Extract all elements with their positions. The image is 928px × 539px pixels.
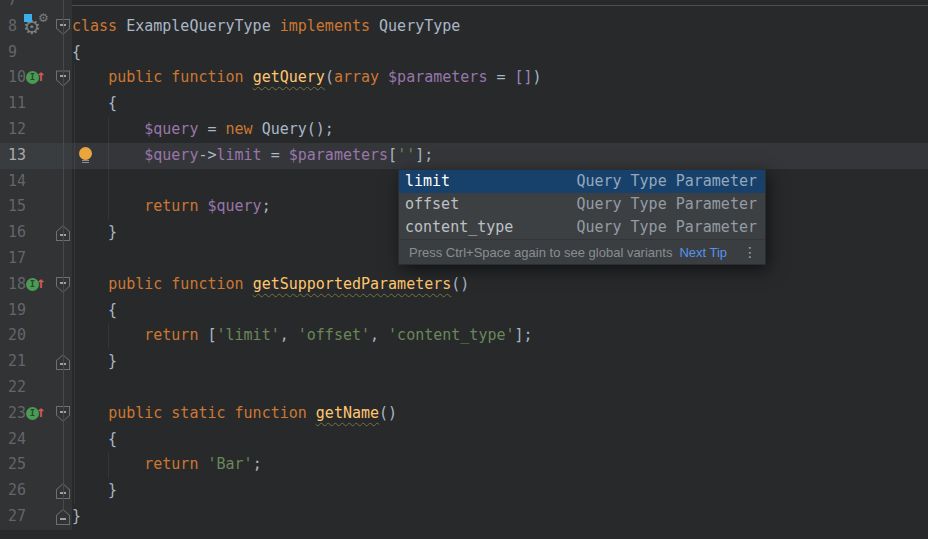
editor-line[interactable]: 19 { xyxy=(0,298,928,324)
implements-marker-icon[interactable]: I↑ xyxy=(26,407,50,422)
gutter-cell[interactable]: 11 xyxy=(0,91,72,117)
gutter-cell[interactable]: 22 xyxy=(0,375,72,401)
editor-line[interactable]: 13 $query->limit = $parameters['']; xyxy=(0,143,928,169)
code-line[interactable]: } xyxy=(72,478,928,504)
editor-line[interactable]: 20 return ['limit', 'offset', 'content_t… xyxy=(0,323,928,349)
gutter-cell[interactable]: 18I↑ xyxy=(0,272,72,298)
editor-line[interactable]: 8⚙⚙class ExampleQueryType implements Que… xyxy=(0,14,928,40)
completion-item[interactable]: offsetQuery Type Parameter xyxy=(399,193,765,216)
line-number[interactable]: 8 xyxy=(8,14,17,40)
code-line[interactable]: return 'Bar'; xyxy=(72,452,928,478)
editor-line[interactable]: 27} xyxy=(0,504,928,530)
editor-line[interactable]: 12 $query = new Query(); xyxy=(0,117,928,143)
code-token: } xyxy=(72,223,117,241)
line-number[interactable]: 12 xyxy=(8,117,26,143)
code-token: ( xyxy=(325,68,334,86)
line-number[interactable]: 10 xyxy=(8,65,26,91)
line-number[interactable]: 17 xyxy=(8,246,26,272)
line-number[interactable]: 14 xyxy=(8,169,26,195)
implements-marker-icon[interactable]: I↑ xyxy=(26,71,50,86)
completion-item-label: offset xyxy=(405,193,459,216)
line-number[interactable]: 24 xyxy=(8,427,26,453)
line-number[interactable]: 15 xyxy=(8,194,26,220)
next-tip-link[interactable]: Next Tip xyxy=(679,245,727,260)
gutter-cell[interactable]: 12 xyxy=(0,117,72,143)
gutter-cell[interactable]: 21 xyxy=(0,349,72,375)
fold-expand-icon[interactable] xyxy=(56,509,70,525)
editor-line[interactable]: 11 { xyxy=(0,91,928,117)
gutter-cell[interactable]: 16 xyxy=(0,220,72,246)
code-token: $query xyxy=(144,146,198,164)
editor-line[interactable]: 23I↑ public static function getName() xyxy=(0,401,928,427)
gutter-cell[interactable]: 9 xyxy=(0,40,72,66)
editor-line[interactable]: 25 return 'Bar'; xyxy=(0,452,928,478)
lightbulb-icon[interactable] xyxy=(79,147,92,160)
line-number[interactable]: 13 xyxy=(8,143,26,169)
gutter-cell[interactable]: 25 xyxy=(0,452,72,478)
line-number[interactable]: 9 xyxy=(8,40,17,66)
code-line[interactable]: { xyxy=(72,298,928,324)
line-number[interactable]: 25 xyxy=(8,452,26,478)
code-line[interactable]: public static function getName() xyxy=(72,401,928,427)
line-number[interactable]: 18 xyxy=(8,272,26,298)
code-tokens: $query->limit = $parameters['']; xyxy=(72,146,433,164)
code-tokens: { xyxy=(72,94,117,112)
line-number[interactable]: 21 xyxy=(8,349,26,375)
editor-line[interactable]: 18I↑ public function getSupportedParamet… xyxy=(0,272,928,298)
line-number[interactable]: 23 xyxy=(8,401,26,427)
code-line[interactable]: $query->limit = $parameters['']; xyxy=(72,143,928,169)
code-line[interactable] xyxy=(72,375,928,401)
gutter-cell[interactable]: 7 xyxy=(0,0,72,14)
gear-icon[interactable]: ⚙⚙ xyxy=(23,13,50,40)
gutter-cell[interactable]: 23I↑ xyxy=(0,401,72,427)
kebab-menu-icon[interactable]: ⋮ xyxy=(743,245,757,259)
completion-item[interactable]: content_typeQuery Type Parameter xyxy=(399,216,765,239)
line-number[interactable]: 27 xyxy=(8,504,26,530)
gutter-cell[interactable]: 19 xyxy=(0,298,72,324)
editor-line[interactable]: 9{ xyxy=(0,40,928,66)
gutter-cell[interactable]: 8⚙⚙ xyxy=(0,14,72,40)
code-line[interactable]: } xyxy=(72,504,928,530)
editor-line[interactable]: 7 xyxy=(0,0,928,14)
code-token xyxy=(72,404,108,422)
code-line[interactable]: $query = new Query(); xyxy=(72,117,928,143)
code-token: $parameters xyxy=(388,68,487,86)
completion-item[interactable]: limitQuery Type Parameter xyxy=(399,170,765,193)
code-line[interactable] xyxy=(72,0,928,14)
code-line[interactable]: { xyxy=(72,91,928,117)
editor-line[interactable]: 10I↑ public function getQuery(array $par… xyxy=(0,65,928,91)
gutter-cell[interactable]: 15 xyxy=(0,194,72,220)
code-tokens: } xyxy=(72,223,117,241)
gutter-cell[interactable]: 13 xyxy=(0,143,72,169)
gutter-cell[interactable]: 24 xyxy=(0,427,72,453)
gutter-cell[interactable]: 17 xyxy=(0,246,72,272)
gutter-cell[interactable]: 27 xyxy=(0,504,72,530)
gutter-cell[interactable]: 20 xyxy=(0,323,72,349)
code-tokens: { xyxy=(72,430,117,448)
line-number[interactable]: 11 xyxy=(8,91,26,117)
code-line[interactable]: public function getSupportedParameters() xyxy=(72,272,928,298)
editor-line[interactable]: 26 } xyxy=(0,478,928,504)
editor-line[interactable]: 21 } xyxy=(0,349,928,375)
gutter-cell[interactable]: 10I↑ xyxy=(0,65,72,91)
code-line[interactable]: } xyxy=(72,349,928,375)
line-number[interactable]: 26 xyxy=(8,478,26,504)
line-number[interactable]: 22 xyxy=(8,375,26,401)
gutter-cell[interactable]: 26 xyxy=(0,478,72,504)
code-line[interactable]: { xyxy=(72,427,928,453)
line-number[interactable]: 20 xyxy=(8,323,26,349)
editor-line[interactable]: 22 xyxy=(0,375,928,401)
code-line[interactable]: class ExampleQueryType implements QueryT… xyxy=(72,14,928,40)
implements-marker-icon[interactable]: I↑ xyxy=(26,278,50,293)
line-number[interactable]: 7 xyxy=(8,0,17,14)
code-line[interactable]: { xyxy=(72,40,928,66)
editor-line[interactable]: 24 { xyxy=(0,427,928,453)
line-number[interactable]: 16 xyxy=(8,220,26,246)
code-token: ; xyxy=(262,197,271,215)
code-token: = xyxy=(262,146,289,164)
code-line[interactable]: public function getQuery(array $paramete… xyxy=(72,65,928,91)
gear-glyph-small: ⚙ xyxy=(38,11,49,25)
gutter-cell[interactable]: 14 xyxy=(0,169,72,195)
line-number[interactable]: 19 xyxy=(8,298,26,324)
code-line[interactable]: return ['limit', 'offset', 'content_type… xyxy=(72,323,928,349)
